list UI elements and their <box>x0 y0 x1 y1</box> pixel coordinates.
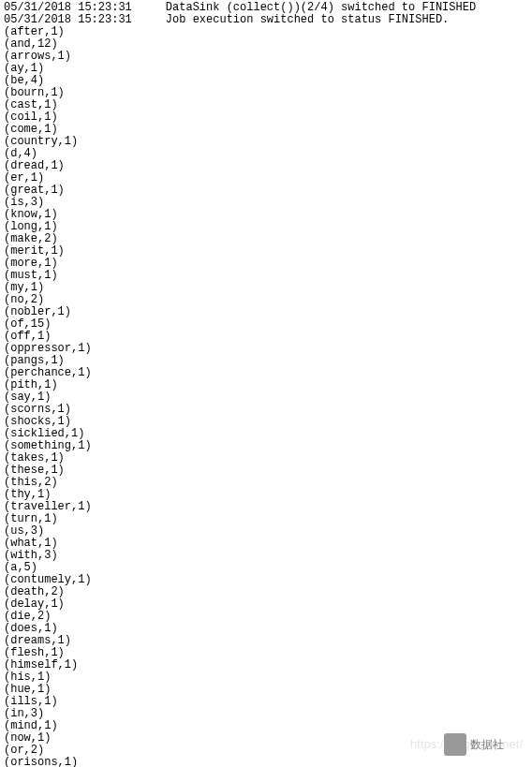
wordcount-line: (must,1) <box>4 270 528 282</box>
wordcount-line: (say,1) <box>4 391 528 404</box>
wordcount-line: (delay,1) <box>4 598 528 611</box>
wordcount-line: (flesh,1) <box>4 647 528 659</box>
qr-badge: 数据社 <box>444 733 504 756</box>
wordcount-line: (pith,1) <box>4 379 528 391</box>
wordcount-line: (arrows,1) <box>4 51 528 63</box>
wordcount-line: (ills,1) <box>4 696 528 708</box>
wordcount-line: (us,3) <box>4 525 528 538</box>
wordcount-line: (dreams,1) <box>4 635 528 647</box>
wordcount-line: (his,1) <box>4 671 528 684</box>
wordcount-line: (orisons,1) <box>4 757 528 767</box>
wordcount-line: (my,1) <box>4 282 528 294</box>
wordcount-line: (die,2) <box>4 611 528 623</box>
wordcount-line: (perchance,1) <box>4 367 528 379</box>
wordcount-line: (in,3) <box>4 708 528 720</box>
log-line: 05/31/2018 15:23:31 Job execution switch… <box>4 14 528 26</box>
wordcount-line: (mind,1) <box>4 720 528 732</box>
console-output: 05/31/2018 15:23:31 DataSink (collect())… <box>4 2 528 767</box>
wordcount-line: (takes,1) <box>4 452 528 465</box>
wordcount-line: (great,1) <box>4 184 528 197</box>
qr-icon <box>444 733 466 756</box>
wordcount-line: (after,1) <box>4 26 528 38</box>
wordcount-line: (is,3) <box>4 197 528 209</box>
wordcount-line: (coil,1) <box>4 111 528 124</box>
wordcount-line: (with,3) <box>4 550 528 562</box>
wordcount-line: (these,1) <box>4 465 528 477</box>
wordcount-line: (make,2) <box>4 233 528 245</box>
wordcount-line: (be,4) <box>4 75 528 87</box>
qr-badge-text: 数据社 <box>470 739 504 751</box>
wordcount-line: (bourn,1) <box>4 87 528 99</box>
wordcount-line: (does,1) <box>4 623 528 635</box>
wordcount-line: (more,1) <box>4 258 528 270</box>
wordcount-line: (turn,1) <box>4 513 528 525</box>
wordcount-line: (merit,1) <box>4 245 528 258</box>
wordcount-line: (contumely,1) <box>4 574 528 586</box>
wordcount-line: (and,12) <box>4 38 528 51</box>
wordcount-line: (hue,1) <box>4 684 528 696</box>
wordcount-line: (himself,1) <box>4 659 528 671</box>
wordcount-line: (cast,1) <box>4 99 528 111</box>
wordcount-line: (this,2) <box>4 477 528 489</box>
wordcount-line: (d,4) <box>4 148 528 160</box>
wordcount-line: (something,1) <box>4 440 528 452</box>
wordcount-line: (come,1) <box>4 124 528 136</box>
wordcount-line: (no,2) <box>4 294 528 306</box>
wordcount-line: (er,1) <box>4 172 528 184</box>
wordcount-line: (ay,1) <box>4 63 528 75</box>
wordcount-line: (death,2) <box>4 586 528 598</box>
wordcount-line: (nobler,1) <box>4 306 528 318</box>
wordcount-line: (traveller,1) <box>4 501 528 513</box>
wordcount-line: (oppressor,1) <box>4 343 528 355</box>
wordcount-line: (know,1) <box>4 209 528 221</box>
wordcount-line: (of,15) <box>4 318 528 331</box>
wordcount-line: (scorns,1) <box>4 404 528 416</box>
wordcount-line: (what,1) <box>4 538 528 550</box>
wordcount-line: (country,1) <box>4 136 528 148</box>
wordcount-line: (dread,1) <box>4 160 528 172</box>
wordcount-line: (long,1) <box>4 221 528 233</box>
